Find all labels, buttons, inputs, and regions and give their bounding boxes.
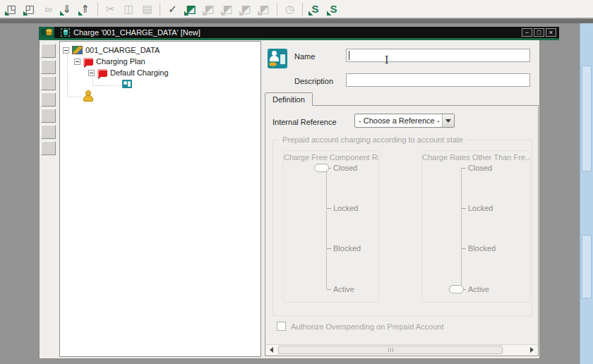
default-charging-icon: [97, 69, 107, 77]
publish-icon: ◩: [219, 1, 236, 17]
slider-tick-label: Active: [333, 285, 354, 293]
group-title: Prepaid account charging according to ac…: [279, 135, 467, 144]
scroll-left-button[interactable]: [266, 345, 277, 355]
close-button[interactable]: ×: [546, 28, 556, 37]
slider-handle[interactable]: [314, 164, 329, 172]
script-alt-icon[interactable]: S: [325, 1, 342, 17]
slider-tick-label: Locked: [333, 204, 358, 212]
slider-tick-label: Closed: [333, 164, 357, 172]
delete-package-icon: ◩: [256, 1, 273, 17]
toolbar-separator: [302, 3, 303, 16]
tree-node-label: Charging Plan: [96, 57, 145, 66]
window-title: Charge '001_CHARGE_DATA' [New]: [73, 28, 522, 37]
background-window-segment: [582, 66, 592, 171]
toolbar-separator: [277, 3, 277, 16]
background-window-segment: [582, 235, 592, 298]
tick-mark: [462, 248, 466, 249]
export-icon[interactable]: ⇑: [76, 1, 94, 17]
side-button: [41, 60, 56, 74]
charging-item-icon: [122, 80, 132, 88]
new-chart-icon[interactable]: ◳: [3, 1, 20, 17]
scrollbar-track[interactable]: [277, 345, 527, 355]
slider-tick-label: Active: [468, 285, 489, 293]
tick-mark: [462, 208, 466, 209]
arrow-right-icon: [530, 347, 534, 353]
deploy-alt-icon: ◩: [200, 1, 218, 17]
name-input[interactable]: [346, 49, 530, 62]
paste-icon: ▤: [138, 1, 156, 17]
slider-tick-label: Locked: [468, 204, 493, 212]
text-caret: [349, 51, 349, 60]
toolbar-separator: [160, 3, 160, 16]
window-titlebar[interactable]: Charge '001_CHARGE_DATA' [New] − □ ×: [39, 27, 559, 38]
charge-entity-icon: [268, 49, 287, 68]
charge-form: Name I Description Definition Internal R…: [263, 40, 540, 359]
prepaid-charging-group: Prepaid account charging according to ac…: [272, 140, 532, 316]
tree-node-subscriber[interactable]: [83, 90, 260, 101]
tree-node-label: Default Charging: [110, 68, 169, 77]
tree-node-label: 001_CHARGE_DATA: [85, 46, 160, 54]
side-button: [41, 76, 56, 90]
background-window-edge: [580, 23, 593, 364]
arrow-left-icon: [270, 347, 273, 353]
open-chart-icon[interactable]: ◰: [21, 1, 39, 17]
chart-data-icon: [72, 46, 83, 54]
app-coins-icon: [39, 27, 54, 38]
authorize-overspending-row: Authorize Overspending on Prepaid Accoun…: [277, 322, 443, 331]
charge-window: Charge '001_CHARGE_DATA' [New] − □ ×: [39, 27, 559, 359]
tree-connector: [92, 85, 121, 86]
history-icon: ◷: [281, 1, 299, 17]
slider-free-component-rate: Charge Free Component Rate... Closed Loc…: [283, 150, 379, 303]
horizontal-scrollbar: [266, 344, 537, 355]
validate-icon[interactable]: ✓: [164, 1, 181, 17]
description-input[interactable]: [346, 73, 530, 87]
slider-title: Charge Rates Other Than Fre...: [422, 153, 529, 162]
internal-reference-value: - Choose a Reference -: [355, 114, 442, 127]
dropdown-arrow-button[interactable]: [442, 114, 454, 127]
script-icon[interactable]: S: [306, 1, 324, 17]
tab-definition[interactable]: Definition: [265, 92, 313, 106]
chevron-down-icon: [445, 119, 451, 123]
text-cursor: I: [385, 54, 389, 66]
main-toolbar: ◳ ◰ ∞ ⇓ ⇑ ✂ ◫ ▤ ✓ ◩ ◩ ◩ ◩ ◩ ◷ S S: [0, 0, 593, 18]
link-icon: ∞: [40, 1, 57, 17]
cut-icon: ✂: [102, 1, 119, 17]
charging-plan-icon: [83, 58, 93, 66]
tree-node-charging-item[interactable]: [122, 78, 260, 90]
side-button-strip: [41, 44, 59, 155]
tree-node-default-charging[interactable]: Default Charging: [88, 67, 260, 78]
tree-node-root[interactable]: 001_CHARGE_DATA: [63, 44, 260, 56]
tree-connector: [67, 97, 81, 97]
slider-handle[interactable]: [449, 285, 464, 293]
tree-connector: [67, 53, 68, 97]
side-button: [41, 44, 56, 58]
slider-tick-label: Blocked: [468, 244, 496, 253]
scrollbar-thumb[interactable]: [278, 346, 503, 354]
slider-track: [326, 168, 327, 289]
side-button: [41, 141, 56, 155]
slider-title: Charge Free Component Rate...: [284, 153, 378, 162]
collapse-icon[interactable]: [88, 70, 95, 76]
minimize-button[interactable]: −: [522, 28, 532, 37]
definition-panel: Internal Reference - Choose a Reference …: [265, 105, 539, 356]
tick-mark: [327, 248, 331, 249]
tick-mark: [327, 208, 331, 209]
tick-mark: [327, 289, 331, 290]
slider-track: [461, 168, 462, 289]
side-button: [41, 92, 56, 107]
import-icon[interactable]: ⇓: [58, 1, 76, 17]
collapse-icon[interactable]: [63, 47, 69, 54]
deploy-icon[interactable]: ◩: [182, 1, 200, 17]
copy-icon: ◫: [120, 1, 138, 17]
scroll-right-button[interactable]: [527, 345, 537, 355]
toolbar-separator: [97, 3, 98, 16]
collapse-icon[interactable]: [74, 59, 80, 65]
tree-node-charging-plan[interactable]: Charging Plan: [74, 56, 260, 67]
charge-tree: 001_CHARGE_DATA Charging Plan Default Ch…: [59, 41, 261, 357]
document-icon: [61, 28, 70, 37]
side-button: [41, 125, 56, 139]
authorize-overspending-checkbox[interactable]: [277, 322, 286, 331]
restore-button[interactable]: □: [534, 28, 544, 37]
side-button: [41, 109, 56, 123]
internal-reference-select[interactable]: - Choose a Reference -: [354, 114, 455, 128]
